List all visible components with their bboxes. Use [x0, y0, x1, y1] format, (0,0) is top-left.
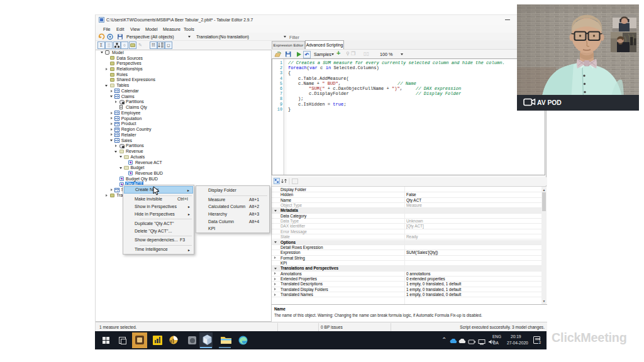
svg-text:AV POD: AV POD: [537, 99, 562, 106]
